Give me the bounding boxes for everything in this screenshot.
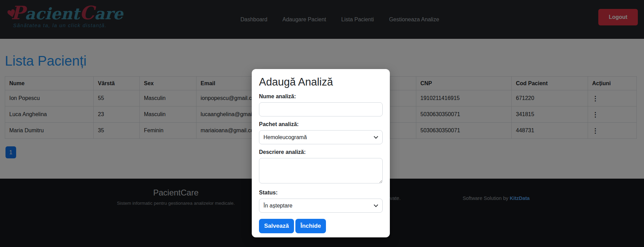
close-button[interactable]: Închide	[295, 219, 326, 233]
nume-analiza-input[interactable]	[259, 102, 383, 116]
descriere-analiza-label: Descriere analiză:	[259, 149, 383, 155]
modal-button-row: Salvează Închide	[259, 219, 383, 233]
save-button[interactable]: Salvează	[259, 219, 294, 233]
status-label: Status:	[259, 190, 383, 196]
pachet-analiza-label: Pachet analiză:	[259, 121, 383, 127]
descriere-analiza-textarea[interactable]	[259, 158, 383, 183]
nume-analiza-label: Nume analiză:	[259, 93, 383, 100]
page: ♥ PacientCare Sănătatea ta, la un click …	[0, 0, 644, 247]
pachet-analiza-select[interactable]: Hemoleucogramă	[259, 130, 383, 144]
status-select[interactable]: În așteptare	[259, 199, 383, 213]
modal-title: Adaugă Analiză	[259, 76, 383, 88]
adauga-analiza-modal: Adaugă Analiză Nume analiză: Pachet anal…	[252, 69, 390, 237]
